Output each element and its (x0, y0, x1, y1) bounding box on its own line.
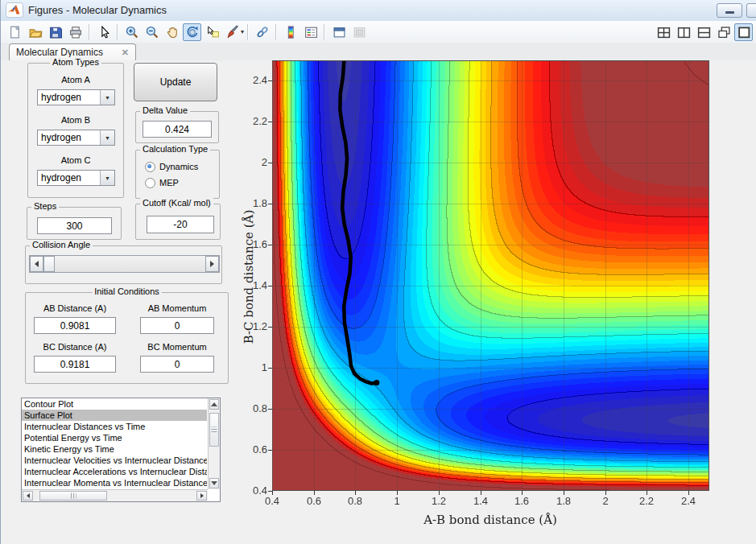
radio-icon[interactable] (145, 178, 155, 188)
scroll-left-icon[interactable] (23, 491, 33, 501)
ab-distance-a--input[interactable] (34, 317, 116, 334)
plot-type-listbox[interactable]: Contour PlotSurface PlotInternuclear Dis… (21, 398, 221, 502)
vertical-scrollbar[interactable] (208, 398, 220, 489)
combo-value: hydrogen (38, 130, 100, 145)
list-item[interactable]: Kinetic Energy vs Time (22, 443, 207, 455)
insert-colorbar-icon[interactable] (281, 23, 300, 41)
toolbar-separator (247, 24, 249, 40)
undock-icon[interactable] (329, 23, 348, 41)
atom-c-select[interactable]: hydrogen▼ (37, 170, 115, 186)
layout-rows-icon[interactable] (694, 23, 713, 41)
pan-hand-icon[interactable] (163, 23, 181, 41)
window-title: Figures - Molecular Dynamics (28, 4, 167, 16)
atom-b-label: Atom B (28, 115, 123, 125)
scroll-down-icon[interactable] (209, 478, 219, 488)
atom-a-select[interactable]: hydrogen▼ (37, 89, 115, 105)
new-file-icon[interactable] (6, 23, 24, 41)
delta-value-input[interactable] (143, 121, 212, 138)
matlab-logo-icon (6, 2, 23, 18)
y-axis-label: B-C bond distance (Å) (242, 156, 256, 398)
vscroll-thumb[interactable] (209, 413, 219, 447)
toolbar-separator (89, 24, 90, 40)
toolbar-separator (324, 24, 325, 40)
cutoff-legend: Cutoff (Kcal/ mol) (140, 198, 213, 208)
init-label: AB Momentum (140, 303, 214, 313)
list-item[interactable]: Internuclear Velocities vs Internuclear … (22, 455, 207, 466)
atom-b-select[interactable]: hydrogen▼ (37, 130, 115, 146)
calculation-type-legend: Calculation Type (140, 144, 210, 154)
scroll-up-icon[interactable] (209, 399, 219, 410)
arrow-cursor-icon[interactable] (94, 23, 113, 41)
print-icon[interactable] (66, 23, 85, 41)
insert-legend-icon[interactable] (301, 23, 320, 41)
y-tick (268, 122, 272, 122)
dock-icon[interactable] (349, 23, 368, 41)
y-tick (268, 80, 272, 81)
chevron-down-icon[interactable]: ▾ (241, 28, 244, 35)
x-tick-label: 0.4 (258, 495, 287, 507)
brush-icon[interactable] (223, 23, 242, 41)
steps-input[interactable] (37, 217, 112, 234)
toolbar-separator (275, 24, 277, 40)
list-item[interactable]: Internuclear Accelerations vs Internucle… (22, 466, 207, 477)
maximize-button[interactable] (746, 3, 756, 18)
layout-columns-icon[interactable] (674, 23, 692, 41)
zoom-out-icon[interactable] (143, 23, 161, 41)
list-item[interactable]: Internuclear Distances vs Time (22, 421, 207, 432)
title-bar: Figures - Molecular Dynamics (1, 0, 756, 22)
list-item[interactable]: Internuclear Momenta vs Internuclear Dis… (22, 477, 207, 488)
list-item[interactable]: Potential Energy vs Time (22, 432, 207, 443)
data-cursor-icon[interactable] (203, 23, 221, 41)
hscroll-thumb[interactable] (39, 491, 107, 501)
collision-angle-slider[interactable] (29, 255, 220, 273)
slider-thumb[interactable] (43, 256, 55, 272)
save-icon[interactable] (46, 23, 64, 41)
y-tick-label: 0.4 (238, 484, 267, 497)
x-tick-label: 1.2 (424, 495, 453, 507)
layout-grid-icon[interactable] (654, 23, 672, 41)
close-icon[interactable]: ✕ (122, 47, 129, 58)
x-tick-label: 1.8 (549, 495, 578, 507)
atom-types-legend: Atom Types (50, 57, 101, 67)
contour-plot[interactable] (272, 60, 709, 491)
bc-momentum-input[interactable] (140, 356, 214, 373)
minimize-button[interactable] (717, 3, 742, 18)
chevron-down-icon[interactable]: ▼ (100, 90, 114, 105)
x-tick-label: 0.8 (341, 495, 370, 507)
layout-cascade-icon[interactable] (714, 23, 733, 41)
zoom-in-icon[interactable] (122, 23, 141, 41)
x-axis-label: A-B bond distance (Å) (370, 513, 611, 527)
y-tick (268, 409, 272, 410)
x-tick-label: 2.2 (632, 495, 661, 507)
y-tick (268, 327, 272, 328)
y-tick (268, 450, 272, 451)
y-tick-label: 2.2 (238, 115, 267, 127)
list-item[interactable]: Surface Plot (22, 410, 207, 421)
scroll-right-icon[interactable] (196, 491, 207, 501)
chevron-down-icon[interactable]: ▼ (100, 130, 114, 145)
layout-single-icon[interactable] (734, 23, 753, 41)
y-tick (268, 245, 272, 245)
cutoff-input[interactable] (147, 216, 214, 233)
chevron-down-icon[interactable]: ▼ (100, 171, 114, 185)
radio-mep[interactable]: MEP (145, 177, 179, 188)
collision-angle-legend: Collision Angle (30, 240, 93, 249)
radio-dynamics[interactable]: Dynamics (145, 161, 198, 172)
calculation-type-panel: Calculation Type DynamicsMEP (135, 150, 220, 199)
ab-momentum-input[interactable] (140, 317, 214, 334)
slider-left-arrow[interactable] (30, 256, 43, 272)
x-tick-label: 0.6 (300, 495, 328, 507)
y-tick-label: 0.8 (238, 402, 267, 414)
slider-right-arrow[interactable] (205, 256, 219, 272)
horizontal-scrollbar[interactable] (22, 489, 208, 501)
radio-icon[interactable] (145, 162, 155, 172)
open-file-icon[interactable] (26, 23, 44, 41)
bc-distance-a--input[interactable] (34, 356, 116, 373)
list-item[interactable]: Contour Plot (22, 398, 207, 410)
link-plots-icon[interactable] (253, 23, 271, 41)
y-tick-label: 2.4 (238, 74, 267, 86)
steps-legend: Steps (31, 201, 59, 211)
rotate-3d-icon[interactable] (183, 23, 201, 41)
initial-conditions-panel: Initial Conditions AB Distance (A)AB Mom… (25, 292, 229, 384)
update-button[interactable]: Update (134, 63, 217, 101)
